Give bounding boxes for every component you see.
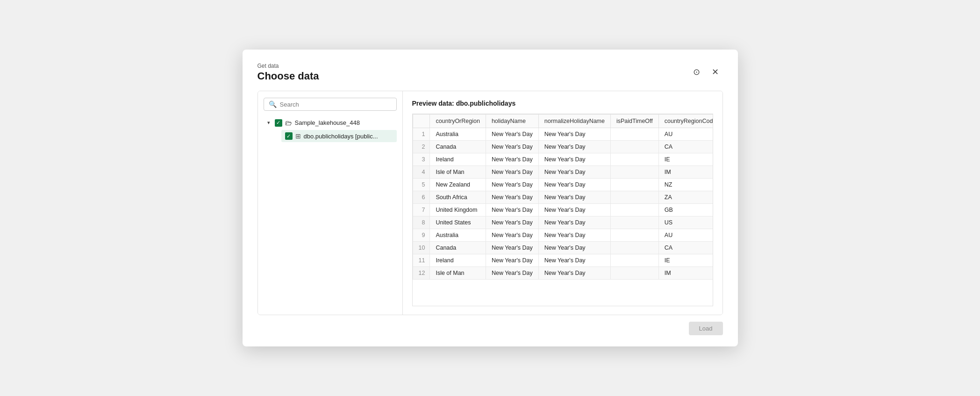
table-cell: ZA <box>658 191 713 204</box>
table-cell: New Year's Day <box>486 267 538 280</box>
tree-section: ▾ ✓ 🗁 Sample_lakehouse_448 ✓ ⊞ dbo.publi… <box>264 116 397 142</box>
table-row[interactable]: 11IrelandNew Year's DayNew Year's DayIE <box>413 254 713 267</box>
col-header-ispaid: isPaidTimeOff <box>610 115 658 128</box>
table-cell: New Year's Day <box>538 166 610 179</box>
table-cell <box>610 166 658 179</box>
table-cell <box>610 179 658 191</box>
search-input[interactable] <box>280 101 392 108</box>
parent-checkbox[interactable]: ✓ <box>275 119 282 127</box>
col-header-country: countryOrRegion <box>430 115 486 128</box>
right-panel: Preview data: dbo.publicholidays country… <box>403 91 722 315</box>
table-cell: New Year's Day <box>486 166 538 179</box>
table-cell <box>610 128 658 141</box>
child-checkbox[interactable]: ✓ <box>285 132 293 140</box>
table-cell: New Year's Day <box>486 254 538 267</box>
table-cell: IE <box>658 254 713 267</box>
table-cell: South Africa <box>430 191 486 204</box>
table-cell: Ireland <box>430 153 486 166</box>
table-cell: New Year's Day <box>486 229 538 242</box>
table-cell: New Year's Day <box>538 191 610 204</box>
table-cell: New Year's Day <box>538 216 610 229</box>
table-cell: New Year's Day <box>486 128 538 141</box>
table-cell: New Year's Day <box>486 191 538 204</box>
table-cell: CA <box>658 141 713 153</box>
table-icon: ⊞ <box>295 132 301 140</box>
table-cell: AU <box>658 229 713 242</box>
table-cell: New Year's Day <box>486 141 538 153</box>
row-number: 8 <box>413 216 430 229</box>
table-row[interactable]: 5New ZealandNew Year's DayNew Year's Day… <box>413 179 713 191</box>
table-cell <box>610 204 658 216</box>
tree-child-item[interactable]: ✓ ⊞ dbo.publicholidays [public... <box>281 130 397 142</box>
table-cell: New Year's Day <box>538 128 610 141</box>
table-cell: GB <box>658 204 713 216</box>
col-header-normalize: normalizeHolidayName <box>538 115 610 128</box>
table-cell: New Year's Day <box>486 179 538 191</box>
table-cell: New Year's Day <box>486 216 538 229</box>
table-cell: New Year's Day <box>538 254 610 267</box>
dialog-body: 🔍 ▾ ✓ 🗁 Sample_lakehouse_448 ✓ <box>258 91 723 315</box>
table-cell: IE <box>658 153 713 166</box>
table-cell: New Year's Day <box>486 153 538 166</box>
row-number: 9 <box>413 229 430 242</box>
table-row[interactable]: 4Isle of ManNew Year's DayNew Year's Day… <box>413 166 713 179</box>
table-cell: Australia <box>430 229 486 242</box>
help-icon: ⊙ <box>693 67 700 77</box>
close-icon: ✕ <box>712 67 719 77</box>
row-number: 3 <box>413 153 430 166</box>
data-table-wrap[interactable]: countryOrRegion holidayName normalizeHol… <box>412 114 713 306</box>
table-cell: Canada <box>430 141 486 153</box>
table-row[interactable]: 6South AfricaNew Year's DayNew Year's Da… <box>413 191 713 204</box>
table-cell: IM <box>658 166 713 179</box>
table-cell: Ireland <box>430 254 486 267</box>
table-cell <box>610 216 658 229</box>
preview-title: Preview data: dbo.publicholidays <box>412 100 713 107</box>
tree-children: ✓ ⊞ dbo.publicholidays [public... <box>264 130 397 142</box>
help-button[interactable]: ⊙ <box>689 65 704 79</box>
table-body: 1AustraliaNew Year's DayNew Year's DayAU… <box>413 128 713 280</box>
table-cell: United States <box>430 216 486 229</box>
table-cell <box>610 229 658 242</box>
table-cell: New Year's Day <box>538 153 610 166</box>
table-cell <box>610 267 658 280</box>
tree-parent-item[interactable]: ▾ ✓ 🗁 Sample_lakehouse_448 <box>264 116 397 129</box>
table-cell: Isle of Man <box>430 267 486 280</box>
close-button[interactable]: ✕ <box>708 65 723 79</box>
table-cell <box>610 191 658 204</box>
col-header-holidayname: holidayName <box>486 115 538 128</box>
table-cell: New Year's Day <box>486 204 538 216</box>
table-cell <box>610 254 658 267</box>
table-row[interactable]: 7United KingdomNew Year's DayNew Year's … <box>413 204 713 216</box>
row-number: 1 <box>413 128 430 141</box>
dialog-header: Get data Choose data ⊙ ✕ <box>258 63 723 82</box>
chevron-down-icon[interactable]: ▾ <box>265 120 272 126</box>
table-row[interactable]: 9AustraliaNew Year's DayNew Year's DayAU <box>413 229 713 242</box>
table-cell: New Year's Day <box>486 242 538 254</box>
row-number: 4 <box>413 166 430 179</box>
table-row[interactable]: 8United StatesNew Year's DayNew Year's D… <box>413 216 713 229</box>
header-icons: ⊙ ✕ <box>689 65 723 79</box>
row-number: 5 <box>413 179 430 191</box>
table-cell: US <box>658 216 713 229</box>
left-panel: 🔍 ▾ ✓ 🗁 Sample_lakehouse_448 ✓ <box>258 91 403 315</box>
load-button[interactable]: Load <box>689 322 723 335</box>
table-cell: New Year's Day <box>538 242 610 254</box>
row-number: 10 <box>413 242 430 254</box>
search-box[interactable]: 🔍 <box>264 98 397 111</box>
folder-icon: 🗁 <box>285 119 292 127</box>
child-label: dbo.publicholidays [public... <box>304 133 378 140</box>
table-row[interactable]: 1AustraliaNew Year's DayNew Year's DayAU <box>413 128 713 141</box>
table-cell <box>610 141 658 153</box>
table-row[interactable]: 3IrelandNew Year's DayNew Year's DayIE <box>413 153 713 166</box>
row-number: 11 <box>413 254 430 267</box>
table-cell: New Year's Day <box>538 204 610 216</box>
table-cell <box>610 153 658 166</box>
table-cell: Canada <box>430 242 486 254</box>
table-cell: IM <box>658 267 713 280</box>
table-row[interactable]: 12Isle of ManNew Year's DayNew Year's Da… <box>413 267 713 280</box>
table-cell: New Year's Day <box>538 141 610 153</box>
table-row[interactable]: 2CanadaNew Year's DayNew Year's DayCA <box>413 141 713 153</box>
table-header: countryOrRegion holidayName normalizeHol… <box>413 115 713 128</box>
table-row[interactable]: 10CanadaNew Year's DayNew Year's DayCA <box>413 242 713 254</box>
table-cell: New Year's Day <box>538 229 610 242</box>
